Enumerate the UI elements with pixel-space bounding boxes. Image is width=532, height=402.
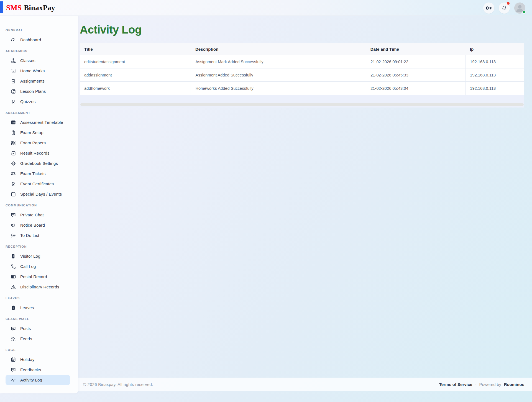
sidebar-item-postal-record[interactable]: Postal Record <box>6 272 70 282</box>
sidebar-section-assessment: ASSESSMENTAssessment TimetableExam Setup… <box>0 111 78 199</box>
column-header-description: Description <box>191 43 366 55</box>
table-row: addassignmentAssignment Added Successful… <box>80 68 524 82</box>
table-scroll-area <box>80 95 524 107</box>
app-logo[interactable]: SMSBinaxPay <box>6 4 55 12</box>
calendar-dot-icon <box>11 191 16 197</box>
sidebar: GENERALDashboardACADEMICSClassesHome Wor… <box>0 16 78 393</box>
sidebar-section-label: LOGS <box>6 348 78 352</box>
main-content: Activity Log TitleDescriptionDate and Ti… <box>78 16 532 402</box>
sidebar-item-label: Special Days / Events <box>20 192 62 196</box>
sidebar-item-visitor-log[interactable]: Visitor Log <box>6 251 70 261</box>
sidebar-item-exam-papers[interactable]: Exam Papers <box>6 138 70 148</box>
sidebar-item-private-chat[interactable]: Private Chat <box>6 210 70 220</box>
sidebar-section-label: COMMUNICATION <box>6 204 78 207</box>
cell-ip: 192.168.0.113 <box>466 68 524 82</box>
warning-triangle-icon <box>11 284 16 290</box>
sidebar-item-label: Gradebook Settings <box>20 161 58 166</box>
sidebar-item-home-works[interactable]: Home Works <box>6 66 70 76</box>
medal-icon <box>11 99 16 104</box>
logo-prefix: SMS <box>6 4 22 12</box>
bell-icon <box>502 5 507 11</box>
powered-by-label: Powered by <box>479 382 501 387</box>
sidebar-item-notice-board[interactable]: Notice Board <box>6 220 70 230</box>
sidebar-section-academics: ACADEMICSClassesHome WorksAssignmentsLes… <box>0 49 78 107</box>
chat-lines-icon <box>11 212 16 218</box>
sidebar-item-exam-setup[interactable]: Exam Setup <box>6 127 70 138</box>
cell-date-and-time: 21-02-2026 09:01:22 <box>366 55 466 68</box>
chat-lines-icon <box>11 326 16 331</box>
id-badge-icon <box>11 254 16 259</box>
sidebar-item-event-certificates[interactable]: Event Certificates <box>6 179 70 189</box>
activity-log-table-wrap: TitleDescriptionDate and TimeIp editstud… <box>80 43 524 107</box>
sidebar-item-assessment-timetable[interactable]: Assessment Timetable <box>6 117 70 127</box>
sidebar-item-label: Leaves <box>20 305 34 310</box>
sidebar-item-exam-tickets[interactable]: Exam Tickets <box>6 168 70 179</box>
sidebar-item-gradebook-settings[interactable]: Gradebook Settings <box>6 158 70 168</box>
sidebar-item-feedbacks[interactable]: Feedbacks <box>6 365 70 375</box>
todo-list-icon <box>11 233 16 238</box>
cell-ip: 192.168.0.113 <box>466 55 524 68</box>
notebook-icon <box>11 68 16 74</box>
sidebar-section-logs: LOGSHolidayFeedbacksActivity Log <box>0 348 78 385</box>
cell-date-and-time: 21-02-2026 05:45:33 <box>366 68 466 82</box>
pulse-icon <box>11 377 16 383</box>
sidebar-item-label: Disciplinary Records <box>20 285 59 289</box>
cell-description: Assignment Added Successfully <box>191 68 366 82</box>
phone-icon <box>11 264 16 269</box>
sidebar-item-disciplinary-records[interactable]: Disciplinary Records <box>6 282 70 292</box>
table-row: editstudentassignmentAssignment Mark Add… <box>80 55 524 68</box>
sidebar-item-dashboard[interactable]: Dashboard <box>6 35 70 45</box>
sidebar-item-label: Notice Board <box>20 223 45 227</box>
table-header-row: TitleDescriptionDate and TimeIp <box>80 43 524 55</box>
horizontal-scrollbar[interactable] <box>80 103 524 106</box>
sidebar-item-assignments[interactable]: Assignments <box>6 76 70 86</box>
sidebar-item-label: Private Chat <box>20 212 44 217</box>
vendor-link[interactable]: Roominos <box>504 382 524 387</box>
theme-toggle-button[interactable] <box>483 2 494 14</box>
sidebar-section-label: GENERAL <box>6 29 78 32</box>
terms-of-service-link[interactable]: Terms of Service <box>439 382 472 387</box>
sidebar-item-label: Exam Setup <box>20 130 44 135</box>
table-row: addhomeworkHomeworks Added Successfully2… <box>80 82 524 95</box>
column-header-title: Title <box>80 43 191 55</box>
sidebar-item-label: Postal Record <box>20 274 47 279</box>
chat-lines-icon <box>11 367 16 373</box>
column-header-date-and-time: Date and Time <box>366 43 466 55</box>
footer-links: Terms of Service · Powered by Roominos <box>439 382 524 387</box>
sidebar-item-label: Feedbacks <box>20 367 41 372</box>
user-avatar[interactable] <box>514 2 525 14</box>
megaphone-icon <box>11 222 16 228</box>
sidebar-item-result-records[interactable]: Result Records <box>6 148 70 158</box>
notebook-check-icon <box>11 150 16 156</box>
sidebar-item-quizzes[interactable]: Quizzes <box>6 96 70 107</box>
notifications-button[interactable] <box>499 2 510 14</box>
sidebar-item-lesson-plans[interactable]: Lesson Plans <box>6 86 70 96</box>
notebook-bookmark-icon <box>11 89 16 94</box>
sidebar-item-classes[interactable]: Classes <box>6 55 70 66</box>
sidebar-item-feeds[interactable]: Feeds <box>6 334 70 344</box>
cell-date-and-time: 21-02-2026 05:43:04 <box>366 82 466 95</box>
sidebar-item-to-do-list[interactable]: To Do List <box>6 230 70 240</box>
page-title: Activity Log <box>80 24 524 36</box>
clipboard-dot-icon <box>11 305 16 311</box>
rss-icon <box>11 336 16 342</box>
sidebar-item-special-days-events[interactable]: Special Days / Events <box>6 189 70 199</box>
sidebar-item-label: Activity Log <box>20 378 42 382</box>
sidebar-item-call-log[interactable]: Call Log <box>6 261 70 272</box>
sidebar-section-label: RECEPTION <box>6 245 78 248</box>
online-status-dot <box>522 11 526 14</box>
sidebar-item-holiday[interactable]: Holiday <box>6 354 70 365</box>
activity-log-table: TitleDescriptionDate and TimeIp editstud… <box>80 43 524 95</box>
sidebar-item-label: Assignments <box>20 79 45 83</box>
sidebar-item-label: Assessment Timetable <box>20 120 63 125</box>
sidebar-item-leaves[interactable]: Leaves <box>6 303 70 313</box>
table-grid-icon <box>11 120 16 125</box>
sidebar-item-label: Holiday <box>20 357 34 362</box>
sidebar-item-label: Call Log <box>20 264 36 269</box>
clipboard-plus-icon <box>11 130 16 135</box>
checkbox-grid-icon <box>11 140 16 146</box>
sidebar-item-activity-log[interactable]: Activity Log <box>6 375 70 385</box>
gear-icon <box>11 161 16 166</box>
sidebar-item-posts[interactable]: Posts <box>6 323 70 334</box>
medal-icon <box>11 181 16 187</box>
